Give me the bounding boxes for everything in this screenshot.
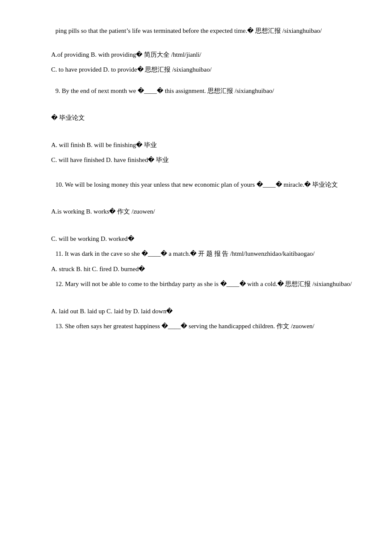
q9-option-cd: C. will have finished D. have finished� … [51, 155, 358, 166]
section-q12: 12. Mary will not be able to come to the… [43, 279, 358, 290]
section-q10: 10. We will be losing money this year un… [43, 179, 358, 191]
section-q13: 13. She often says her greatest happines… [43, 321, 358, 332]
q9-note: � 毕业论文 [51, 113, 358, 124]
section-q9-options: A. will finish B. will be finishing� 毕业 [43, 140, 358, 151]
section-options-a: A.of providing B. with providing� 简历大全 /… [43, 49, 358, 61]
q10-option-ab: A.is working B. works� 作文 /zuowen/ [51, 206, 358, 217]
option-ab-line: A.of providing B. with providing� 简历大全 /… [51, 49, 358, 61]
question-10: 10. We will be losing money this year un… [43, 179, 358, 191]
section-q9: 9. By the end of next month we �____� th… [43, 86, 358, 97]
q10-option-cd: C. will be working D. worked� [51, 234, 358, 245]
section-q10-options-ab: A.is working B. works� 作文 /zuowen/ [43, 206, 358, 217]
q9-option-ab: A. will finish B. will be finishing� 毕业 [51, 140, 358, 151]
q12-option-abcd: A. laid out B. laid up C. laid by D. lai… [51, 306, 358, 317]
section-q9-options-cd: C. will have finished D. have finished� … [43, 155, 358, 166]
question-12: 12. Mary will not be able to come to the… [43, 279, 358, 290]
page-content: ping pills so that the patient’s life wa… [43, 26, 358, 332]
section-q11: 11. It was dark in the cave so she �____… [43, 249, 358, 260]
section-intro: ping pills so that the patient’s life wa… [43, 26, 358, 37]
section-q10-options-cd: C. will be working D. worked� [43, 234, 358, 245]
question-9: 9. By the end of next month we �____� th… [43, 86, 358, 97]
question-13: 13. She often says her greatest happines… [43, 321, 358, 332]
section-q12-options: A. laid out B. laid up C. laid by D. lai… [43, 306, 358, 317]
question-11: 11. It was dark in the cave so she �____… [43, 249, 358, 260]
q11-option-abcd: A. struck B. hit C. fired D. burned� [51, 264, 358, 275]
section-q11-options: A. struck B. hit C. fired D. burned� [43, 264, 358, 275]
intro-line: ping pills so that the patient’s life wa… [43, 26, 358, 37]
option-cd-line: C. to have provided D. to provide� 思想汇报 … [51, 64, 358, 75]
section-q9-note: � 毕业论文 [43, 113, 358, 124]
section-options-c1: C. to have provided D. to provide� 思想汇报 … [43, 64, 358, 75]
